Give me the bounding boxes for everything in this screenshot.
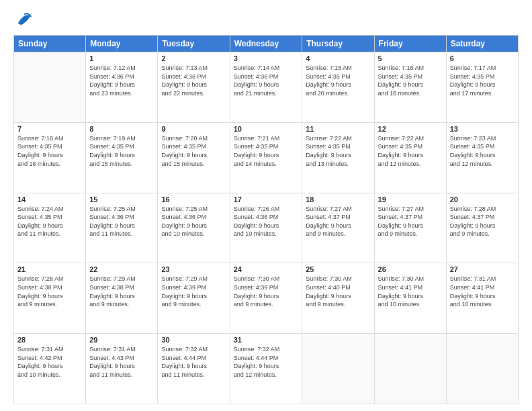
calendar-header-friday: Friday [374,36,446,52]
day-info: Sunrise: 7:14 AMSunset: 4:36 PMDaylight:… [234,64,299,97]
calendar-cell: 30Sunrise: 7:32 AMSunset: 4:44 PMDayligh… [158,334,230,404]
calendar-cell: 8Sunrise: 7:19 AMSunset: 4:35 PMDaylight… [86,122,158,193]
calendar-header-sunday: Sunday [14,36,86,52]
logo [13,12,34,28]
day-info: Sunrise: 7:21 AMSunset: 4:35 PMDaylight:… [234,134,299,168]
day-info: Sunrise: 7:28 AMSunset: 4:38 PMDaylight:… [17,275,82,308]
calendar-header-wednesday: Wednesday [230,36,302,52]
calendar-header-thursday: Thursday [302,36,374,52]
day-number: 12 [378,125,443,133]
day-number: 18 [306,195,370,203]
page: SundayMondayTuesdayWednesdayThursdayFrid… [0,0,532,411]
calendar-cell: 1Sunrise: 7:12 AMSunset: 4:36 PMDaylight… [86,52,158,123]
day-info: Sunrise: 7:30 AMSunset: 4:40 PMDaylight:… [306,275,370,308]
day-info: Sunrise: 7:31 AMSunset: 4:41 PMDaylight:… [450,275,515,308]
calendar-cell: 28Sunrise: 7:31 AMSunset: 4:42 PMDayligh… [14,334,86,404]
calendar-cell [302,334,374,404]
week-row-2: 7Sunrise: 7:18 AMSunset: 4:35 PMDaylight… [14,122,519,193]
day-info: Sunrise: 7:16 AMSunset: 4:35 PMDaylight:… [378,64,443,97]
calendar-cell [446,334,518,404]
day-number: 11 [306,125,370,133]
day-number: 1 [89,54,154,62]
day-number: 15 [89,195,154,203]
day-info: Sunrise: 7:22 AMSunset: 4:35 PMDaylight:… [378,134,443,168]
calendar-header-monday: Monday [86,36,158,52]
calendar-cell: 10Sunrise: 7:21 AMSunset: 4:35 PMDayligh… [230,122,302,193]
calendar-cell: 6Sunrise: 7:17 AMSunset: 4:35 PMDaylight… [446,52,518,123]
calendar-cell: 18Sunrise: 7:27 AMSunset: 4:37 PMDayligh… [302,193,374,263]
logo-icon [15,9,34,28]
day-number: 28 [17,336,82,344]
calendar-header-tuesday: Tuesday [158,36,230,52]
calendar-cell: 26Sunrise: 7:30 AMSunset: 4:41 PMDayligh… [374,263,446,334]
day-info: Sunrise: 7:19 AMSunset: 4:35 PMDaylight:… [89,134,154,168]
calendar-cell: 22Sunrise: 7:29 AMSunset: 4:38 PMDayligh… [86,263,158,334]
day-number: 24 [234,265,299,273]
calendar-cell: 9Sunrise: 7:20 AMSunset: 4:35 PMDaylight… [158,122,230,193]
calendar-cell: 24Sunrise: 7:30 AMSunset: 4:39 PMDayligh… [230,263,302,334]
day-info: Sunrise: 7:28 AMSunset: 4:37 PMDaylight:… [450,205,515,238]
day-number: 2 [161,54,226,62]
day-info: Sunrise: 7:26 AMSunset: 4:36 PMDaylight:… [234,205,299,238]
calendar-table: SundayMondayTuesdayWednesdayThursdayFrid… [13,35,519,404]
calendar-cell: 7Sunrise: 7:18 AMSunset: 4:35 PMDaylight… [14,122,86,193]
day-number: 23 [161,265,226,273]
day-number: 25 [306,265,370,273]
week-row-3: 14Sunrise: 7:24 AMSunset: 4:35 PMDayligh… [14,193,519,263]
day-info: Sunrise: 7:29 AMSunset: 4:39 PMDaylight:… [161,275,226,308]
calendar-cell: 3Sunrise: 7:14 AMSunset: 4:36 PMDaylight… [230,52,302,123]
week-row-1: 1Sunrise: 7:12 AMSunset: 4:36 PMDaylight… [14,52,519,123]
calendar-cell: 16Sunrise: 7:25 AMSunset: 4:36 PMDayligh… [158,193,230,263]
day-number: 30 [161,336,226,344]
calendar-cell: 31Sunrise: 7:32 AMSunset: 4:44 PMDayligh… [230,334,302,404]
day-number: 10 [234,125,299,133]
calendar-cell: 5Sunrise: 7:16 AMSunset: 4:35 PMDaylight… [374,52,446,123]
calendar-cell: 21Sunrise: 7:28 AMSunset: 4:38 PMDayligh… [14,263,86,334]
day-info: Sunrise: 7:29 AMSunset: 4:38 PMDaylight:… [89,275,154,308]
day-number: 14 [17,195,82,203]
calendar-cell: 25Sunrise: 7:30 AMSunset: 4:40 PMDayligh… [302,263,374,334]
calendar-cell: 17Sunrise: 7:26 AMSunset: 4:36 PMDayligh… [230,193,302,263]
week-row-4: 21Sunrise: 7:28 AMSunset: 4:38 PMDayligh… [14,263,519,334]
calendar-cell: 13Sunrise: 7:23 AMSunset: 4:35 PMDayligh… [446,122,518,193]
day-number: 17 [234,195,299,203]
day-info: Sunrise: 7:31 AMSunset: 4:42 PMDaylight:… [17,345,82,379]
day-number: 21 [17,265,82,273]
day-info: Sunrise: 7:18 AMSunset: 4:35 PMDaylight:… [17,134,82,168]
day-info: Sunrise: 7:23 AMSunset: 4:35 PMDaylight:… [450,134,515,168]
day-info: Sunrise: 7:24 AMSunset: 4:35 PMDaylight:… [17,205,82,238]
calendar-cell: 11Sunrise: 7:22 AMSunset: 4:35 PMDayligh… [302,122,374,193]
day-info: Sunrise: 7:12 AMSunset: 4:36 PMDaylight:… [89,64,154,97]
day-number: 19 [378,195,443,203]
calendar-cell: 15Sunrise: 7:25 AMSunset: 4:36 PMDayligh… [86,193,158,263]
day-info: Sunrise: 7:25 AMSunset: 4:36 PMDaylight:… [89,205,154,238]
day-info: Sunrise: 7:15 AMSunset: 4:35 PMDaylight:… [306,64,370,97]
day-number: 20 [450,195,515,203]
day-number: 6 [450,54,515,62]
calendar-cell: 20Sunrise: 7:28 AMSunset: 4:37 PMDayligh… [446,193,518,263]
day-info: Sunrise: 7:25 AMSunset: 4:36 PMDaylight:… [161,205,226,238]
day-number: 27 [450,265,515,273]
calendar-cell: 27Sunrise: 7:31 AMSunset: 4:41 PMDayligh… [446,263,518,334]
day-info: Sunrise: 7:32 AMSunset: 4:44 PMDaylight:… [234,345,299,379]
day-info: Sunrise: 7:31 AMSunset: 4:43 PMDaylight:… [89,345,154,379]
day-number: 5 [378,54,443,62]
day-info: Sunrise: 7:20 AMSunset: 4:35 PMDaylight:… [161,134,226,168]
day-number: 7 [17,125,82,133]
day-number: 26 [378,265,443,273]
day-number: 8 [89,125,154,133]
calendar-cell: 19Sunrise: 7:27 AMSunset: 4:37 PMDayligh… [374,193,446,263]
day-number: 13 [450,125,515,133]
day-info: Sunrise: 7:17 AMSunset: 4:35 PMDaylight:… [450,64,515,97]
calendar-cell: 12Sunrise: 7:22 AMSunset: 4:35 PMDayligh… [374,122,446,193]
day-info: Sunrise: 7:30 AMSunset: 4:41 PMDaylight:… [378,275,443,308]
day-info: Sunrise: 7:13 AMSunset: 4:36 PMDaylight:… [161,64,226,97]
week-row-5: 28Sunrise: 7:31 AMSunset: 4:42 PMDayligh… [14,334,519,404]
day-info: Sunrise: 7:32 AMSunset: 4:44 PMDaylight:… [161,345,226,379]
calendar-cell: 4Sunrise: 7:15 AMSunset: 4:35 PMDaylight… [302,52,374,123]
day-number: 22 [89,265,154,273]
calendar-cell: 14Sunrise: 7:24 AMSunset: 4:35 PMDayligh… [14,193,86,263]
calendar-cell [374,334,446,404]
calendar-header-row: SundayMondayTuesdayWednesdayThursdayFrid… [14,36,519,52]
day-info: Sunrise: 7:27 AMSunset: 4:37 PMDaylight:… [306,205,370,238]
